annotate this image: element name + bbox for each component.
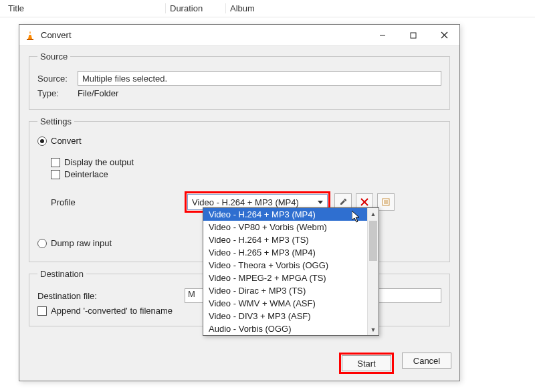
svg-rect-2 [27, 39, 33, 40]
display-output-checkbox[interactable] [51, 158, 60, 167]
svg-rect-1 [28, 33, 32, 35]
type-label: Type: [37, 88, 78, 98]
column-album[interactable]: Album [226, 3, 255, 13]
vlc-icon [25, 30, 35, 41]
new-profile-button[interactable] [377, 193, 395, 211]
source-input[interactable]: Multiple files selected. [78, 71, 441, 86]
close-button[interactable] [429, 25, 459, 46]
dropdown-item[interactable]: Video - Dirac + MP3 (TS) [203, 284, 367, 297]
dump-raw-radio[interactable] [37, 239, 47, 248]
minimize-button[interactable] [367, 25, 398, 46]
wrench-icon [338, 197, 348, 207]
profile-dropdown[interactable]: Video - H.264 + MP3 (MP4)Video - VP80 + … [203, 207, 379, 336]
profile-label: Profile [51, 197, 185, 207]
dropdown-item[interactable]: Video - VP80 + Vorbis (Webm) [203, 221, 367, 233]
destination-file-label: Destination file: [37, 291, 185, 301]
dropdown-item[interactable]: Video - DIV3 + MP3 (ASF) [203, 310, 367, 322]
append-converted-checkbox[interactable] [37, 306, 47, 316]
scroll-up-icon[interactable]: ▲ [368, 208, 379, 219]
maximize-button[interactable] [398, 25, 429, 46]
convert-radio-label: Convert [51, 136, 82, 146]
destination-legend: Destination [37, 269, 86, 279]
dialog-title: Convert [41, 30, 367, 40]
dropdown-item[interactable]: Video - H.265 + MP3 (MP4) [203, 246, 367, 259]
convert-radio[interactable] [37, 136, 47, 146]
dropdown-item[interactable]: Video - WMV + WMA (ASF) [203, 297, 367, 310]
settings-legend: Settings [37, 116, 74, 126]
display-output-label: Display the output [64, 157, 134, 167]
deinterlace-checkbox[interactable] [51, 170, 60, 179]
main-list-header: Title Duration Album [0, 0, 535, 17]
source-label: Source: [37, 74, 78, 84]
deinterlace-label: Deinterlace [64, 169, 108, 179]
cancel-button[interactable]: Cancel [402, 353, 451, 369]
dropdown-item[interactable]: Video - MPEG-2 + MPGA (TS) [203, 272, 367, 284]
source-legend: Source [37, 52, 70, 62]
dump-raw-label: Dump raw input [51, 238, 112, 248]
new-profile-icon [381, 197, 391, 207]
dropdown-item[interactable]: Video - H.264 + MP3 (TS) [203, 233, 367, 246]
dropdown-scrollbar[interactable]: ▲ ▼ [367, 208, 379, 335]
scroll-down-icon[interactable]: ▼ [368, 324, 379, 335]
button-bar: Start Cancel [19, 349, 459, 381]
source-group: Source Source: Multiple files selected. … [29, 52, 450, 110]
dropdown-item[interactable]: Video - Theora + Vorbis (OGG) [203, 259, 367, 272]
column-title[interactable]: Title [5, 3, 166, 13]
column-duration[interactable]: Duration [166, 3, 226, 13]
append-converted-label: Append '-converted' to filename [51, 306, 173, 316]
profile-selected-text: Video - H.264 + MP3 (MP4) [192, 197, 299, 207]
start-highlight: Start [339, 353, 394, 374]
delete-icon [360, 198, 368, 206]
dropdown-item[interactable]: Video - H.264 + MP3 (MP4) [203, 208, 367, 221]
svg-rect-4 [411, 33, 416, 38]
titlebar[interactable]: Convert [19, 25, 459, 46]
type-value: File/Folder [78, 88, 118, 98]
scroll-thumb[interactable] [369, 221, 377, 261]
start-button[interactable]: Start [342, 355, 391, 371]
dropdown-item[interactable]: Audio - Vorbis (OGG) [203, 322, 367, 335]
chevron-down-icon [318, 201, 323, 204]
